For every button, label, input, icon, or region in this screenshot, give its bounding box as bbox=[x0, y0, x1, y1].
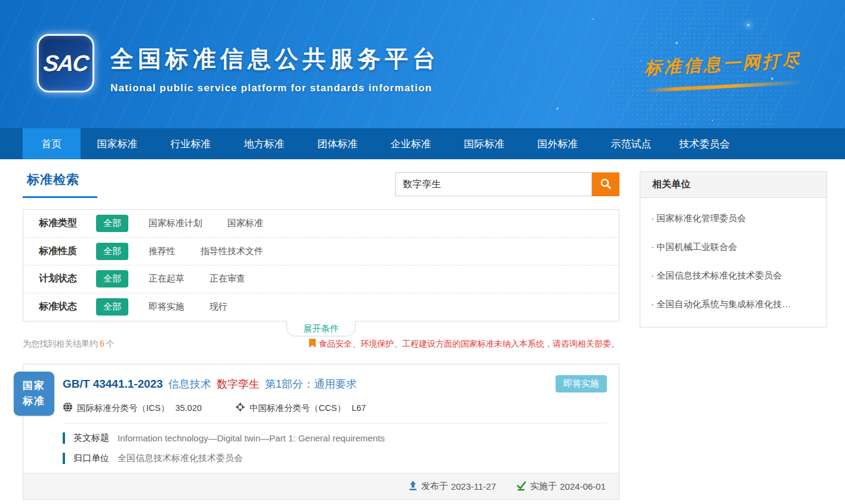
badge-line2: 标准 bbox=[23, 394, 45, 409]
standard-title-part2[interactable]: 第1部分：通用要求 bbox=[265, 377, 357, 391]
platform-subtitle: National public service platform for sta… bbox=[110, 82, 440, 94]
filter-option[interactable]: 推荐性 bbox=[149, 246, 175, 257]
results-summary-suffix: 个 bbox=[106, 339, 115, 348]
expand-conditions-button[interactable]: 展开条件 bbox=[286, 321, 356, 336]
publish-date: 2023-11-27 bbox=[451, 481, 496, 491]
filter-label: 计划状态 bbox=[39, 273, 96, 285]
related-units-title: 相关单位 bbox=[652, 179, 690, 189]
national-standard-badge[interactable]: 国家 标准 bbox=[14, 372, 54, 416]
results-summary-prefix: 为您找到相关结果约 bbox=[23, 339, 98, 348]
filter-all-button[interactable]: 全部 bbox=[96, 270, 128, 287]
filter-option[interactable]: 正在审查 bbox=[209, 273, 245, 285]
left-column: 标准检索 标准类型 全部 国家标准计划 bbox=[23, 171, 619, 500]
committee-label: 归口单位 bbox=[73, 453, 109, 464]
ccs-label: 中国标准分类号（CCS） bbox=[249, 403, 346, 414]
standard-result-card: 国家 标准 GB/T 43441.1-2023 信息技术 数字孪生 第1部分：通… bbox=[23, 364, 619, 500]
status-badge: 即将实施 bbox=[556, 375, 607, 392]
nav-tab-group-standards[interactable]: 团体标准 bbox=[301, 128, 374, 159]
search-box bbox=[395, 172, 619, 196]
filter-row-standard-status: 标准状态 全部 即将实施 现行 bbox=[23, 293, 619, 321]
ics-value: 35.020 bbox=[175, 403, 202, 413]
results-count: 6 bbox=[100, 339, 104, 348]
nav-tab-foreign-standards[interactable]: 国外标准 bbox=[521, 128, 594, 159]
filter-all-button[interactable]: 全部 bbox=[96, 298, 128, 316]
system-notice: 食品安全、环境保护、工程建设方面的国家标准未纳入本系统，请咨询相关部委。 bbox=[309, 339, 619, 350]
implement-date-item: 实施于 2024-06-01 bbox=[516, 481, 606, 493]
nav-tab-industry-standards[interactable]: 行业标准 bbox=[154, 128, 227, 159]
sac-logo-text: SAC bbox=[42, 51, 90, 76]
platform-title-block: 全国标准信息公共服务平台 National public service pla… bbox=[110, 43, 440, 94]
section-title: 标准检索 bbox=[27, 171, 97, 188]
filter-row-plan-status: 计划状态 全部 正在起草 正在审查 bbox=[23, 265, 619, 293]
nav-tab-local-standards[interactable]: 地方标准 bbox=[227, 128, 301, 159]
platform-title: 全国标准信息公共服务平台 bbox=[110, 43, 440, 75]
globe-icon bbox=[63, 402, 77, 414]
english-title-row: 英文标题 Information technology—Digital twin… bbox=[63, 432, 607, 444]
nav-tab-pilot[interactable]: 示范试点 bbox=[594, 128, 668, 159]
filter-option[interactable]: 国家标准 bbox=[227, 218, 263, 229]
related-unit-link[interactable]: 全国自动化系统与集成标准化技… bbox=[651, 290, 816, 319]
publish-label: 发布于 bbox=[421, 481, 448, 492]
search-input[interactable] bbox=[395, 172, 592, 196]
related-units-panel: 相关单位 国家标准化管理委员会 中国机械工业联合会 全国信息技术标准化技术委员会… bbox=[640, 171, 827, 327]
publish-date-item: 发布于 2023-11-27 bbox=[408, 481, 496, 493]
nav-tab-home[interactable]: 首页 bbox=[23, 128, 81, 159]
filter-option[interactable]: 正在起草 bbox=[149, 273, 184, 285]
nav-tab-national-standards[interactable]: 国家标准 bbox=[81, 128, 154, 159]
ccs-meta: 中国标准分类号（CCS） L67 bbox=[235, 402, 366, 414]
sparkle-decoration bbox=[747, 24, 750, 26]
section-title-underline bbox=[23, 196, 97, 198]
standard-code-link[interactable]: GB/T 43441.1-2023 bbox=[63, 378, 163, 391]
implement-check-icon bbox=[516, 481, 530, 493]
card-title-row: GB/T 43441.1-2023 信息技术 数字孪生 第1部分：通用要求 即将… bbox=[23, 364, 619, 392]
nav-tab-technical-committee[interactable]: 技术委员会 bbox=[668, 128, 741, 159]
badge-line1: 国家 bbox=[23, 378, 45, 394]
standard-title-part1[interactable]: 信息技术 bbox=[168, 377, 211, 391]
main-content: 标准检索 标准类型 全部 国家标准计划 bbox=[0, 159, 845, 500]
results-summary: 为您找到相关结果约6个 bbox=[23, 339, 115, 350]
notice-text: 食品安全、环境保护、工程建设方面的国家标准未纳入本系统，请咨询相关部委。 bbox=[319, 339, 619, 350]
expand-conditions-label: 展开条件 bbox=[303, 323, 339, 335]
filter-label: 标准性质 bbox=[39, 245, 96, 258]
search-button[interactable] bbox=[592, 172, 619, 196]
page-header: SAC 全国标准信息公共服务平台 National public service… bbox=[0, 0, 845, 128]
committee-value: 全国信息技术标准化技术委员会 bbox=[118, 453, 243, 464]
compass-icon bbox=[235, 402, 249, 414]
nav-tab-enterprise-standards[interactable]: 企业标准 bbox=[374, 128, 448, 159]
bookmark-icon bbox=[309, 339, 319, 350]
committee-row: 归口单位 全国信息技术标准化技术委员会 bbox=[63, 453, 607, 464]
main-nav: 首页 国家标准 行业标准 地方标准 团体标准 企业标准 国际标准 国外标准 示范… bbox=[0, 128, 845, 159]
magnifier-icon bbox=[600, 178, 612, 191]
related-unit-link[interactable]: 中国机械工业联合会 bbox=[651, 233, 816, 261]
publish-icon bbox=[408, 481, 421, 493]
filter-option[interactable]: 指导性技术文件 bbox=[201, 246, 263, 257]
card-footer: 发布于 2023-11-27 实施于 2024-06-01 bbox=[23, 473, 619, 499]
filter-row-standard-type: 标准类型 全部 国家标准计划 国家标准 bbox=[23, 210, 619, 238]
card-meta-row: 国际标准分类号（ICS） 35.020 中国标准分类号（CCS） L67 bbox=[63, 402, 607, 423]
english-title-label: 英文标题 bbox=[73, 432, 109, 444]
search-section: 标准检索 bbox=[23, 171, 619, 206]
filter-option[interactable]: 现行 bbox=[209, 301, 227, 313]
ccs-value: L67 bbox=[351, 403, 366, 413]
right-column: 相关单位 国家标准化管理委员会 中国机械工业联合会 全国信息技术标准化技术委员会… bbox=[640, 171, 827, 500]
filter-row-standard-nature: 标准性质 全部 推荐性 指导性技术文件 bbox=[23, 238, 619, 266]
related-unit-link[interactable]: 全国信息技术标准化技术委员会 bbox=[651, 261, 816, 290]
filter-label: 标准状态 bbox=[39, 301, 96, 313]
filter-all-button[interactable]: 全部 bbox=[96, 243, 128, 260]
filter-option[interactable]: 国家标准计划 bbox=[149, 218, 202, 229]
sac-logo[interactable]: SAC bbox=[37, 34, 94, 92]
standard-title-highlight[interactable]: 数字孪生 bbox=[217, 377, 260, 391]
ics-label: 国际标准分类号（ICS） bbox=[77, 403, 169, 414]
filter-all-button[interactable]: 全部 bbox=[96, 215, 128, 232]
section-title-block: 标准检索 bbox=[23, 171, 97, 198]
results-line: 为您找到相关结果约6个 食品安全、环境保护、工程建设方面的国家标准未纳入本系统，… bbox=[23, 339, 619, 350]
related-units-list: 国家标准化管理委员会 中国机械工业联合会 全国信息技术标准化技术委员会 全国自动… bbox=[640, 198, 827, 327]
related-unit-link[interactable]: 国家标准化管理委员会 bbox=[651, 204, 816, 233]
filter-option[interactable]: 即将实施 bbox=[149, 301, 184, 313]
filter-panel: 标准类型 全部 国家标准计划 国家标准 标准性质 全部 推荐性 指导性技术文件 … bbox=[23, 209, 619, 321]
implement-date: 2024-06-01 bbox=[560, 481, 606, 491]
ics-meta: 国际标准分类号（ICS） 35.020 bbox=[63, 402, 202, 414]
nav-tab-international-standards[interactable]: 国际标准 bbox=[448, 128, 521, 159]
filter-label: 标准类型 bbox=[39, 217, 96, 230]
related-units-header: 相关单位 bbox=[640, 172, 827, 198]
